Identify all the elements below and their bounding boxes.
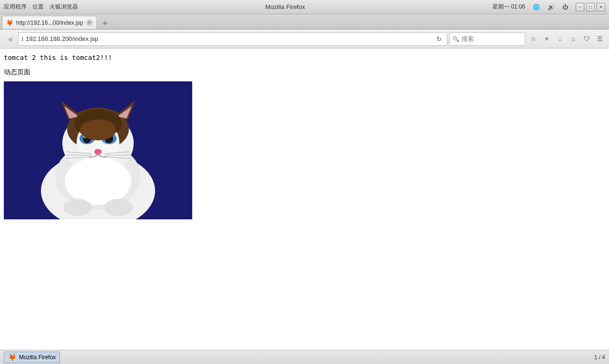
bookmark-icon[interactable]: ☆ (527, 33, 540, 45)
clock: 星期一 01:06 (492, 3, 525, 11)
location-menu[interactable]: 位置 (32, 3, 44, 11)
cat-svg (4, 81, 192, 219)
svg-point-16 (94, 149, 102, 155)
cat-image (4, 81, 192, 219)
url-input[interactable] (26, 35, 432, 42)
reload-button[interactable]: ↻ (434, 34, 444, 44)
back-icon: ◀ (7, 35, 12, 43)
home-icon[interactable]: ⌂ (567, 33, 580, 45)
tab-favicon: 🦊 (6, 20, 13, 26)
close-button[interactable]: ✕ (597, 3, 605, 11)
window-controls: ─ □ ✕ (576, 3, 605, 11)
tab-close-button[interactable]: × (86, 20, 93, 26)
tab-bar: 🦊 http://192.16...00/index.jsp × + (0, 14, 609, 30)
shield-icon[interactable]: 🛡 (580, 33, 593, 45)
title-bar: 应用程序 位置 火狐浏览器 Mozilla Firefox 星期一 01:06 … (0, 0, 609, 14)
svg-point-27 (80, 119, 116, 140)
app-menu[interactable]: 应用程序 (4, 3, 27, 11)
page-counter: 1 / 4 (594, 354, 605, 361)
volume-icon: 🔊 (548, 4, 555, 10)
search-icon: 🔍 (452, 36, 460, 42)
minimize-button[interactable]: ─ (576, 3, 584, 11)
search-bar-container: 🔍 (449, 32, 525, 46)
menu-icon[interactable]: ☰ (594, 33, 606, 45)
url-bar-container: ℹ ↻ (18, 32, 447, 46)
svg-point-24 (63, 199, 92, 216)
back-button[interactable]: ◀ (3, 32, 16, 46)
svg-point-23 (65, 157, 131, 205)
taskbar-firefox-label: Mozilla Firefox (19, 354, 56, 361)
network-icon: 🌐 (533, 4, 540, 10)
browser-tab[interactable]: 🦊 http://192.16...00/index.jsp × (2, 16, 97, 29)
power-icon: ⏻ (562, 4, 568, 10)
title-bar-right: 星期一 01:06 🌐 🔊 ⏻ ─ □ ✕ (492, 3, 605, 11)
download-icon[interactable]: ↓ (554, 33, 566, 45)
maximize-button[interactable]: □ (586, 3, 595, 11)
reload-icon: ↻ (436, 35, 442, 43)
nav-bar: ◀ ℹ ↻ 🔍 ☆ ≡ ↓ ⌂ 🛡 ☰ (0, 30, 609, 49)
page-text-line2: 动态页面 (4, 67, 605, 77)
reader-icon[interactable]: ≡ (540, 33, 553, 45)
toolbar-icons: ☆ ≡ ↓ ⌂ 🛡 ☰ (527, 33, 606, 45)
info-icon[interactable]: ℹ (21, 36, 24, 42)
browser-menu[interactable]: 火狐浏览器 (49, 3, 78, 11)
taskbar-firefox-item[interactable]: 🦊 Mozilla Firefox (4, 352, 60, 363)
taskbar-firefox-icon: 🦊 (8, 354, 16, 361)
system-menu: 应用程序 位置 火狐浏览器 (4, 3, 78, 11)
new-tab-button[interactable]: + (99, 18, 111, 29)
page-text-line1: tomcat 2 this is tomcat2!!! (4, 52, 605, 63)
status-bar: 🦊 Mozilla Firefox 1 / 4 (0, 350, 609, 364)
svg-point-25 (104, 199, 133, 216)
browser-content: tomcat 2 this is tomcat2!!! 动态页面 (0, 49, 609, 350)
search-input[interactable] (462, 35, 522, 42)
window-title: Mozilla Firefox (265, 3, 305, 10)
tab-title: http://192.16...00/index.jsp (16, 20, 83, 26)
